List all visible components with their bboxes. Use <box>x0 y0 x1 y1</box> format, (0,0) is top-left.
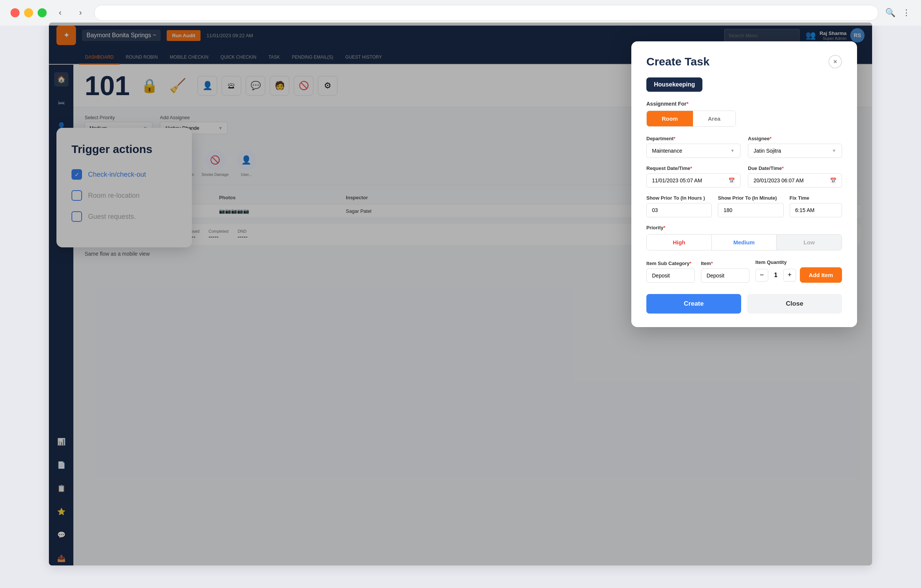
item-sub-category-value: Deposit <box>652 273 670 279</box>
address-bar[interactable] <box>94 5 879 21</box>
priority-medium-button[interactable]: Medium <box>712 235 777 250</box>
prior-minutes-group: Show Prior To (In Minute) 180 <box>718 195 783 217</box>
quantity-decrease-button[interactable]: − <box>755 269 768 282</box>
item-label: Item* <box>701 260 749 266</box>
item-value: Deposit <box>706 273 724 279</box>
priority-high-button[interactable]: High <box>647 235 712 250</box>
close-modal-button[interactable]: Close <box>747 294 842 313</box>
item-select[interactable]: Deposit <box>701 268 749 283</box>
browser-menu-icon[interactable]: ⋮ <box>902 8 910 18</box>
prior-minutes-label: Show Prior To (In Minute) <box>718 195 783 201</box>
fix-time-group: Fix Time 6:15 AM <box>790 195 842 217</box>
prior-hours-label: Show Prior To (In Hours ) <box>646 195 712 201</box>
forward-button[interactable]: › <box>74 6 87 19</box>
modal-footer: Create Close <box>646 294 842 313</box>
assignment-toggle: Room Area <box>646 110 736 127</box>
request-date-value: 11/01/2023 05:07 AM <box>652 177 702 184</box>
fix-time-input[interactable]: 6:15 AM <box>790 203 842 217</box>
app-container: ✦ Baymont Bonita Springs ~ Run Audit 11/… <box>49 23 872 565</box>
room-toggle-button[interactable]: Room <box>647 111 693 126</box>
back-button[interactable]: ‹ <box>54 6 67 19</box>
add-item-button[interactable]: Add Item <box>800 267 842 283</box>
date-row: Request Date/Time* 11/01/2023 05:07 AM 📅… <box>646 166 842 188</box>
fix-time-value: 6:15 AM <box>795 207 815 213</box>
department-group: Department* Maintenance ▼ <box>646 136 740 158</box>
due-date-value: 20/01/2023 06:07 AM <box>753 177 804 184</box>
department-select[interactable]: Maintenance ▼ <box>646 144 740 158</box>
item-quantity-group: Item Quantity − 1 + Add Item <box>755 260 842 283</box>
prior-hours-input[interactable]: 03 <box>646 203 712 217</box>
fix-time-label: Fix Time <box>790 195 842 201</box>
close-dot[interactable] <box>11 8 20 17</box>
calendar-icon: 📅 <box>728 177 735 184</box>
item-quantity-label: Item Quantity <box>755 260 842 265</box>
prior-minutes-input[interactable]: 180 <box>718 203 783 217</box>
request-date-label: Request Date/Time* <box>646 166 740 171</box>
priority-buttons: High Medium Low <box>646 234 842 250</box>
item-sub-category-select[interactable]: Deposit <box>646 268 695 283</box>
minimize-dot[interactable] <box>24 8 33 17</box>
prior-minutes-value: 180 <box>724 207 732 213</box>
quantity-controls: − 1 + Add Item <box>755 267 842 283</box>
item-sub-category-group: Item Sub Category* Deposit <box>646 260 695 283</box>
calendar-icon2: 📅 <box>830 177 836 184</box>
prior-hours-group: Show Prior To (In Hours ) 03 <box>646 195 712 217</box>
assignee-group: Assignee* Jatin Sojitra ▼ <box>748 136 842 158</box>
maximize-dot[interactable] <box>37 8 47 17</box>
department-value: Maintenance <box>652 148 682 154</box>
request-date-input[interactable]: 11/01/2023 05:07 AM 📅 <box>646 173 740 188</box>
browser-search-icon: 🔍 <box>885 8 895 18</box>
modal-header: Create Task × <box>646 55 842 68</box>
item-section: Item Sub Category* Deposit Item* Deposit… <box>646 260 842 283</box>
quantity-value: 1 <box>772 272 779 279</box>
modal-close-button[interactable]: × <box>828 55 842 68</box>
priority-form-label: Priority* <box>646 225 842 231</box>
assignee-form-select[interactable]: Jatin Sojitra ▼ <box>748 144 842 158</box>
create-task-modal: Create Task × Housekeeping Assignment Fo… <box>631 41 857 327</box>
assignment-for-label: Assignment For* <box>646 101 842 107</box>
time-row: Show Prior To (In Hours ) 03 Show Prior … <box>646 195 842 217</box>
assignee-form-value: Jatin Sojitra <box>753 148 781 154</box>
area-toggle-button[interactable]: Area <box>693 111 735 126</box>
item-sub-category-label: Item Sub Category* <box>646 260 695 266</box>
dept-assignee-row: Department* Maintenance ▼ Assignee* Jati… <box>646 136 842 158</box>
assignee-form-label: Assignee* <box>748 136 842 141</box>
create-button[interactable]: Create <box>646 294 741 313</box>
priority-section: Priority* High Medium Low <box>646 225 842 250</box>
priority-low-button[interactable]: Low <box>776 235 841 250</box>
request-date-group: Request Date/Time* 11/01/2023 05:07 AM 📅 <box>646 166 740 188</box>
due-date-input[interactable]: 20/01/2023 06:07 AM 📅 <box>748 173 842 188</box>
department-tag[interactable]: Housekeeping <box>646 78 702 92</box>
browser-dots <box>11 8 47 17</box>
quantity-increase-button[interactable]: + <box>783 269 796 282</box>
due-date-group: Due Date/Time* 20/01/2023 06:07 AM 📅 <box>748 166 842 188</box>
department-label: Department* <box>646 136 740 141</box>
due-date-label: Due Date/Time* <box>748 166 842 171</box>
item-group: Item* Deposit <box>701 260 749 283</box>
modal-title: Create Task <box>646 55 709 68</box>
prior-hours-value: 03 <box>652 207 658 213</box>
